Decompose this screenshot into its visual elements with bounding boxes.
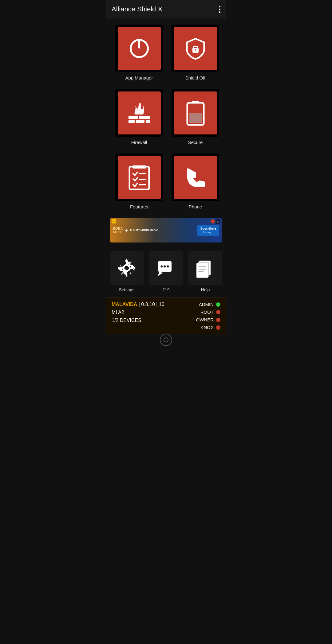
- phone-icon: [183, 165, 208, 190]
- ad-badge: 15: [211, 219, 215, 223]
- status-sep2: |: [156, 302, 159, 307]
- features-icon-box: [115, 153, 163, 201]
- app-manager-label: App Manager: [125, 75, 153, 80]
- status-right: ADMIN ROOT OWNER KNOX: [196, 302, 221, 330]
- ad-content: BOBA FETT + THE WALKING DEAD Suscríbete …: [110, 218, 222, 242]
- status-devices: 1/2 DEVICES: [112, 318, 164, 323]
- shield-off-item[interactable]: Shield Off: [172, 25, 219, 80]
- status-admin-key: ADMIN: [199, 302, 214, 307]
- svg-point-19: [201, 181, 204, 184]
- shield-off-icon-inner: [174, 27, 217, 70]
- phone-item[interactable]: Phone: [172, 153, 219, 209]
- firewall-item[interactable]: Firewall: [115, 89, 163, 145]
- svg-rect-5: [139, 116, 150, 119]
- status-owner-row: OWNER: [196, 317, 221, 322]
- help-icon-box: [188, 251, 222, 285]
- help-label: Help: [201, 287, 210, 292]
- settings-icon-box: [110, 251, 144, 285]
- firewall-icon-box: [115, 89, 163, 137]
- svg-point-24: [164, 265, 166, 267]
- ad-left: BOBA FETT + THE WALKING DEAD: [113, 227, 195, 234]
- ad-disney-label: Disney +: [203, 231, 214, 234]
- more-options-button[interactable]: [219, 6, 220, 13]
- settings-label: Settings: [119, 287, 135, 292]
- status-root-row: ROOT: [200, 309, 220, 315]
- status-app-name: MALAVIDA: [112, 302, 137, 307]
- ad-subscribe-button[interactable]: Suscríbete Disney +: [197, 225, 219, 236]
- svg-rect-13: [132, 165, 146, 169]
- shield-off-icon-box: [172, 25, 219, 72]
- phone-icon-inner: [174, 156, 217, 199]
- status-bar: MALAVIDA | 0.8.10 | 10 MI A2 1/2 DEVICES…: [106, 297, 226, 334]
- svg-point-23: [160, 265, 163, 267]
- main-grid: App Manager Shield Off: [106, 18, 226, 215]
- svg-rect-28: [196, 263, 208, 278]
- status-owner-dot: [216, 318, 220, 322]
- status-knox-dot: [216, 325, 220, 330]
- ad-banner[interactable]: i 15 BOBA FETT + THE WALKING DEAD Suscrí…: [110, 218, 222, 242]
- messages-item[interactable]: 219: [149, 251, 183, 292]
- status-build: 10: [159, 302, 164, 307]
- app-header: Alliance Shield X: [106, 0, 226, 18]
- ad-close-button[interactable]: ×: [215, 219, 220, 224]
- svg-rect-11: [189, 113, 202, 123]
- app-manager-item[interactable]: App Manager: [115, 25, 163, 80]
- ad-plus: +: [124, 227, 128, 234]
- svg-rect-1: [138, 40, 140, 48]
- checklist-icon: [127, 164, 152, 191]
- app-manager-icon-inner: [118, 27, 161, 70]
- status-knox-row: KNOX: [200, 325, 220, 330]
- secure-item[interactable]: Secure: [172, 89, 219, 145]
- ad-walking-dead-title: THE WALKING DEAD: [130, 229, 158, 232]
- ad-info-icon[interactable]: i: [112, 219, 116, 223]
- status-knox-key: KNOX: [200, 325, 214, 330]
- status-version: 0.8.10: [141, 302, 155, 307]
- features-icon-inner: [118, 156, 161, 199]
- status-left: MALAVIDA | 0.8.10 | 10 MI A2 1/2 DEVICES: [112, 302, 164, 323]
- ad-boba-fett-title: BOBA FETT: [113, 227, 123, 234]
- features-item[interactable]: Features: [115, 153, 163, 209]
- shield-lock-icon: [183, 36, 208, 61]
- phone-icon-box: [172, 153, 219, 201]
- svg-rect-12: [129, 167, 149, 189]
- svg-point-3: [195, 49, 196, 50]
- power-icon: [127, 36, 152, 61]
- svg-point-17: [194, 181, 196, 184]
- home-icon: [163, 337, 169, 343]
- chat-icon: [156, 258, 176, 278]
- svg-rect-7: [136, 120, 144, 123]
- messages-count-label: 219: [162, 287, 169, 292]
- svg-rect-6: [128, 120, 135, 123]
- svg-point-18: [197, 181, 200, 184]
- bottom-row: Settings 219: [106, 245, 226, 297]
- firewall-label: Firewall: [131, 140, 147, 145]
- firewall-icon-inner: [118, 91, 161, 134]
- app-title: Alliance Shield X: [112, 5, 162, 13]
- status-owner-key: OWNER: [196, 317, 214, 322]
- status-top: MALAVIDA | 0.8.10 | 10 MI A2 1/2 DEVICES…: [112, 302, 220, 330]
- firewall-icon: [125, 99, 153, 127]
- status-root-dot: [216, 310, 220, 314]
- features-label: Features: [130, 204, 148, 209]
- help-item[interactable]: Help: [188, 251, 222, 292]
- svg-point-32: [164, 338, 168, 342]
- phone-label: Phone: [189, 204, 202, 209]
- docs-icon: [196, 258, 215, 278]
- svg-point-25: [167, 265, 169, 267]
- status-root-key: ROOT: [200, 309, 214, 315]
- svg-marker-22: [158, 272, 163, 276]
- gear-icon: [117, 259, 136, 277]
- messages-icon-box: [149, 251, 183, 285]
- secure-label: Secure: [188, 140, 203, 145]
- svg-rect-8: [146, 120, 150, 123]
- svg-rect-10: [192, 101, 199, 103]
- nav-bar: [106, 334, 226, 345]
- home-button[interactable]: [160, 334, 172, 346]
- secure-icon-box: [172, 89, 219, 137]
- status-admin-row: ADMIN: [199, 302, 220, 307]
- settings-item[interactable]: Settings: [110, 251, 144, 292]
- app-manager-icon-box: [115, 25, 163, 72]
- shield-off-label: Shield Off: [185, 75, 206, 80]
- ad-subscribe-label: Suscríbete: [200, 227, 216, 230]
- secure-icon-inner: [174, 91, 217, 134]
